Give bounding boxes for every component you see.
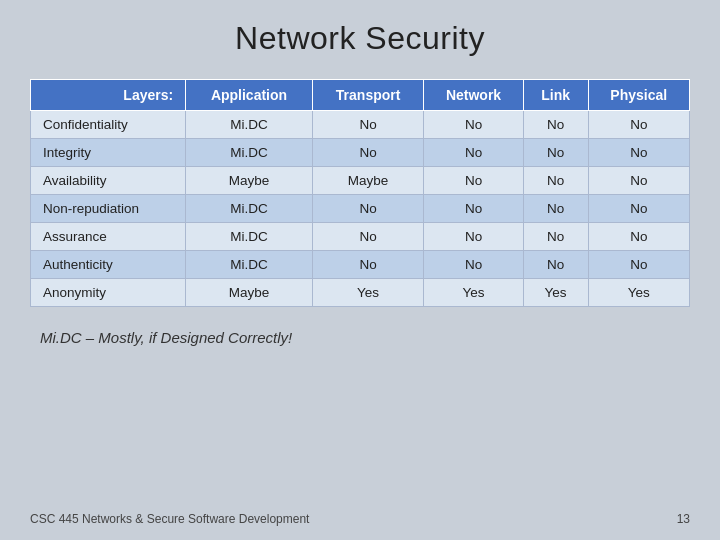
col-header-4: Link [523,80,588,111]
table-header-row: Layers:ApplicationTransportNetworkLinkPh… [31,80,690,111]
footnote: Mi.DC – Mostly, if Designed Correctly! [30,329,690,346]
cell-3-0: Non-repudiation [31,195,186,223]
table-row: Non-repudiationMi.DCNoNoNoNo [31,195,690,223]
cell-6-0: Anonymity [31,279,186,307]
cell-5-4: No [523,251,588,279]
cell-1-2: No [312,139,424,167]
col-header-1: Application [186,80,313,111]
cell-0-2: No [312,111,424,139]
page-title: Network Security [30,20,690,57]
cell-4-3: No [424,223,523,251]
cell-0-3: No [424,111,523,139]
cell-3-3: No [424,195,523,223]
cell-5-1: Mi.DC [186,251,313,279]
cell-6-4: Yes [523,279,588,307]
cell-5-2: No [312,251,424,279]
col-header-3: Network [424,80,523,111]
col-header-5: Physical [588,80,689,111]
cell-4-0: Assurance [31,223,186,251]
cell-0-5: No [588,111,689,139]
cell-2-3: No [424,167,523,195]
cell-6-1: Maybe [186,279,313,307]
cell-1-4: No [523,139,588,167]
cell-6-3: Yes [424,279,523,307]
cell-5-0: Authenticity [31,251,186,279]
cell-1-1: Mi.DC [186,139,313,167]
table-row: AnonymityMaybeYesYesYesYes [31,279,690,307]
cell-4-4: No [523,223,588,251]
cell-3-1: Mi.DC [186,195,313,223]
cell-4-1: Mi.DC [186,223,313,251]
cell-1-5: No [588,139,689,167]
cell-4-2: No [312,223,424,251]
cell-0-4: No [523,111,588,139]
cell-5-5: No [588,251,689,279]
cell-6-2: Yes [312,279,424,307]
footer: CSC 445 Networks & Secure Software Devel… [30,512,690,526]
cell-1-3: No [424,139,523,167]
cell-5-3: No [424,251,523,279]
cell-2-0: Availability [31,167,186,195]
cell-3-5: No [588,195,689,223]
cell-0-0: Confidentiality [31,111,186,139]
table-row: AssuranceMi.DCNoNoNoNo [31,223,690,251]
cell-2-4: No [523,167,588,195]
table-row: AuthenticityMi.DCNoNoNoNo [31,251,690,279]
cell-2-1: Maybe [186,167,313,195]
slide: Network Security Layers:ApplicationTrans… [0,0,720,540]
col-header-2: Transport [312,80,424,111]
cell-2-2: Maybe [312,167,424,195]
footer-right: 13 [677,512,690,526]
cell-1-0: Integrity [31,139,186,167]
table-row: AvailabilityMaybeMaybeNoNoNo [31,167,690,195]
footer-left: CSC 445 Networks & Secure Software Devel… [30,512,309,526]
security-table: Layers:ApplicationTransportNetworkLinkPh… [30,79,690,307]
cell-3-4: No [523,195,588,223]
cell-4-5: No [588,223,689,251]
cell-2-5: No [588,167,689,195]
cell-3-2: No [312,195,424,223]
table-row: IntegrityMi.DCNoNoNoNo [31,139,690,167]
cell-0-1: Mi.DC [186,111,313,139]
cell-6-5: Yes [588,279,689,307]
table-row: ConfidentialityMi.DCNoNoNoNo [31,111,690,139]
col-header-0: Layers: [31,80,186,111]
